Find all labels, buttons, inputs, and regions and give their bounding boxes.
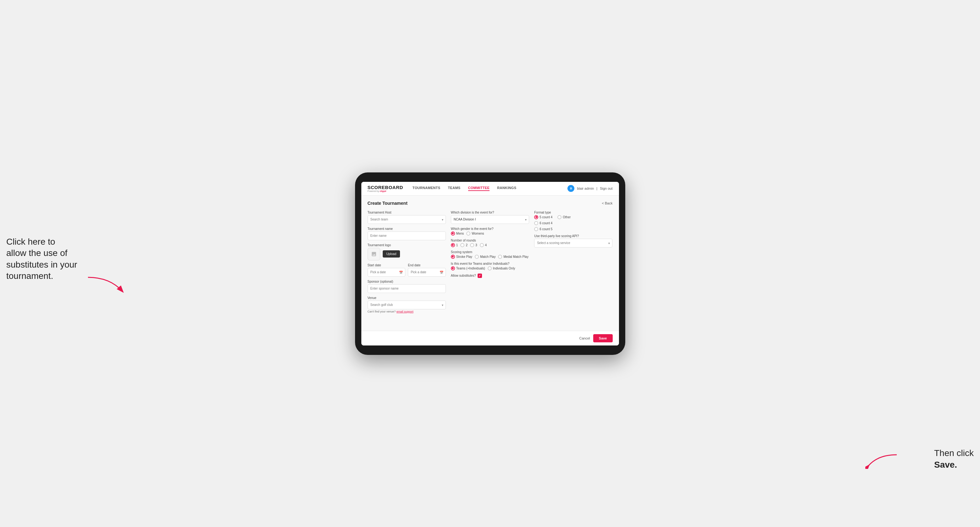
nav-committee[interactable]: COMMITTEE	[468, 186, 490, 191]
gender-label: Which gender is the event for?	[451, 227, 529, 230]
nav-right: B blair admin | Sign out	[568, 185, 612, 192]
start-date-wrapper: 📅	[368, 268, 406, 277]
tournament-host-label: Tournament Host	[368, 211, 446, 214]
allow-substitutes-text: Allow substitutes?	[451, 274, 476, 277]
cancel-button[interactable]: Cancel	[579, 337, 590, 340]
user-avatar: B	[568, 185, 574, 192]
allow-substitutes-label[interactable]: Allow substitutes?	[451, 273, 529, 278]
format-6count4-radio[interactable]	[534, 221, 538, 225]
sponsor-input[interactable]	[368, 284, 446, 293]
format-type-label: Format type	[534, 211, 612, 214]
upload-button[interactable]: Upload	[383, 250, 400, 257]
end-date-label: End date	[408, 264, 446, 267]
dates-field: Start date 📅 End date 📅	[368, 264, 446, 277]
scoring-match-label: Match Play	[480, 255, 495, 259]
tournament-name-input[interactable]	[368, 232, 446, 240]
rounds-field: Number of rounds 1 2	[451, 239, 529, 247]
venue-help: Can't find your venue? email support	[368, 310, 446, 313]
division-select[interactable]: NCAA Division I	[451, 215, 529, 224]
individuals-only-label: Individuals Only	[493, 267, 515, 270]
format-6count4-label: 6 count 4	[539, 221, 552, 225]
nav-rankings[interactable]: RANKINGS	[497, 186, 516, 191]
logo-area: SCOREBOARD Powered by clippd	[368, 185, 403, 192]
scoring-service-input[interactable]	[534, 239, 612, 248]
form-middle-column: Which division is the event for? NCAA Di…	[451, 211, 529, 313]
teams-plus-radio[interactable]	[451, 266, 455, 270]
scoring-match[interactable]: Match Play	[475, 255, 495, 259]
annotation-right-line1: Then click	[934, 448, 974, 458]
rounds-1[interactable]: 1	[451, 243, 458, 247]
save-button[interactable]: Save	[593, 334, 613, 342]
gender-mens-label: Mens	[456, 232, 464, 235]
nav-tournaments[interactable]: TOURNAMENTS	[412, 186, 441, 191]
format-6count4[interactable]: 6 count 4	[534, 221, 612, 225]
scoring-medal-match[interactable]: Medal Match Play	[498, 255, 528, 259]
rounds-3-radio[interactable]	[470, 243, 474, 247]
gender-mens[interactable]: Mens	[451, 232, 464, 235]
format-5count4-radio[interactable]	[534, 215, 538, 219]
venue-input[interactable]	[368, 300, 446, 310]
end-date-wrapper: 📅	[408, 268, 446, 277]
individuals-only-radio[interactable]	[488, 266, 492, 270]
annotation-right: Then click Save.	[934, 448, 974, 470]
scoring-stroke[interactable]: Stroke Play	[451, 255, 472, 259]
division-field: Which division is the event for? NCAA Di…	[451, 211, 529, 224]
format-options-group: 5 count 4 Other 6 count 4	[534, 215, 612, 231]
tournament-host-input[interactable]	[368, 215, 446, 224]
format-6count5-label: 6 count 5	[539, 227, 552, 231]
teams-plus-label: Teams (+Individuals)	[456, 267, 485, 270]
form-left-column: Tournament Host Tournament name Tourname…	[368, 211, 446, 313]
rounds-label: Number of rounds	[451, 239, 529, 242]
rounds-2[interactable]: 2	[460, 243, 468, 247]
nav-teams[interactable]: TEAMS	[448, 186, 461, 191]
individuals-only[interactable]: Individuals Only	[488, 266, 515, 270]
scoring-system-label: Scoring system	[451, 250, 529, 254]
teams-field: Is this event for Teams and/or Individua…	[451, 262, 529, 270]
format-other[interactable]: Other	[557, 215, 571, 219]
nav-links: TOURNAMENTS TEAMS COMMITTEE RANKINGS	[412, 186, 568, 191]
scoring-api-field: Use third-party live scoring API?	[534, 234, 612, 248]
scoring-match-radio[interactable]	[475, 255, 479, 259]
dates-row: Start date 📅 End date 📅	[368, 264, 446, 277]
rounds-4[interactable]: 4	[480, 243, 487, 247]
gender-womens-radio[interactable]	[466, 232, 470, 235]
rounds-2-label: 2	[466, 243, 468, 247]
gender-mens-radio[interactable]	[451, 232, 455, 235]
rounds-1-radio[interactable]	[451, 243, 455, 247]
scoring-medal-radio[interactable]	[498, 255, 502, 259]
logo-scoreboard: SCOREBOARD	[368, 185, 403, 190]
rounds-3[interactable]: 3	[470, 243, 477, 247]
page-content: Create Tournament Back Tournament Host	[361, 196, 619, 331]
scoring-service-wrapper	[534, 239, 612, 248]
format-6count5-radio[interactable]	[534, 227, 538, 231]
tournament-logo-field: Tournament logo Upload	[368, 243, 446, 260]
logo-placeholder	[368, 248, 380, 260]
gender-womens[interactable]: Womens	[466, 232, 484, 235]
venue-select-wrapper	[368, 300, 446, 310]
scoring-api-label: Use third-party live scoring API?	[534, 234, 612, 238]
venue-email-link[interactable]: email support	[396, 310, 414, 313]
annotation-left-line3: substitutes in your	[6, 259, 77, 269]
gender-radio-group: Mens Womens	[451, 232, 529, 235]
scoring-stroke-radio[interactable]	[451, 255, 455, 259]
scoring-stroke-label: Stroke Play	[456, 255, 472, 259]
back-link[interactable]: Back	[602, 201, 613, 205]
rounds-1-label: 1	[456, 243, 458, 247]
arrow-right-annotation	[865, 452, 900, 469]
rounds-4-radio[interactable]	[480, 243, 484, 247]
sign-out-link[interactable]: Sign out	[600, 187, 612, 190]
format-other-label: Other	[563, 216, 571, 219]
teams-radio-group: Teams (+Individuals) Individuals Only	[451, 266, 529, 270]
tablet-frame: SCOREBOARD Powered by clippd TOURNAMENTS…	[355, 172, 625, 355]
format-6count5[interactable]: 6 count 5	[534, 227, 612, 231]
allow-substitutes-checkbox[interactable]	[477, 273, 482, 278]
page-header: Create Tournament Back	[368, 201, 613, 206]
navbar: SCOREBOARD Powered by clippd TOURNAMENTS…	[361, 182, 619, 196]
rounds-radio-group: 1 2 3 4	[451, 243, 529, 247]
teams-plus-individuals[interactable]: Teams (+Individuals)	[451, 266, 485, 270]
rounds-2-radio[interactable]	[460, 243, 465, 247]
tournament-host-wrapper	[368, 215, 446, 224]
sponsor-field: Sponsor (optional)	[368, 280, 446, 293]
format-5count4[interactable]: 5 count 4	[534, 215, 552, 219]
format-other-radio[interactable]	[557, 215, 562, 219]
